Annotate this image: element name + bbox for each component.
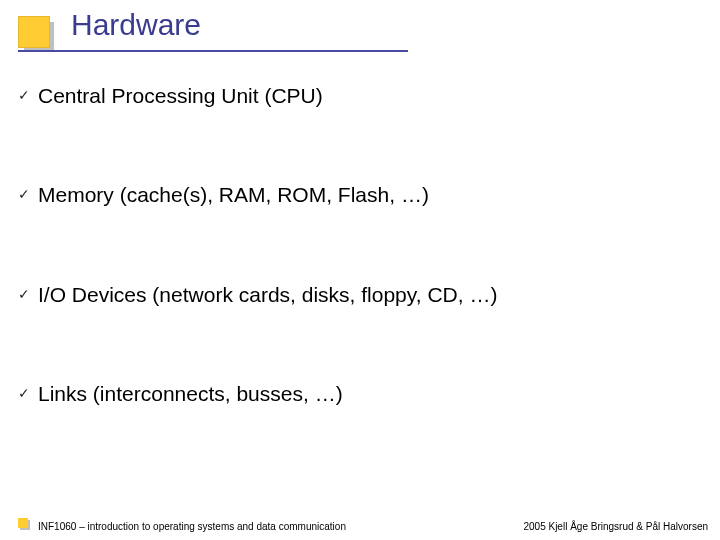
bullet-text: I/O Devices (network cards, disks, flopp… xyxy=(38,281,497,308)
slide-title: Hardware xyxy=(71,8,201,42)
title-decor-square xyxy=(18,16,54,52)
check-icon: ✓ xyxy=(18,287,30,301)
footer-course: INF1060 – introduction to operating syst… xyxy=(38,521,523,532)
slide-footer: INF1060 – introduction to operating syst… xyxy=(18,518,708,532)
check-icon: ✓ xyxy=(18,386,30,400)
list-item: ✓ Central Processing Unit (CPU) xyxy=(18,82,698,109)
list-item: ✓ I/O Devices (network cards, disks, flo… xyxy=(18,281,698,308)
check-icon: ✓ xyxy=(18,88,30,102)
bullet-text: Links (interconnects, busses, …) xyxy=(38,380,343,407)
bullet-text: Memory (cache(s), RAM, ROM, Flash, …) xyxy=(38,181,429,208)
bullet-list: ✓ Central Processing Unit (CPU) ✓ Memory… xyxy=(18,82,698,479)
check-icon: ✓ xyxy=(18,187,30,201)
list-item: ✓ Memory (cache(s), RAM, ROM, Flash, …) xyxy=(18,181,698,208)
list-item: ✓ Links (interconnects, busses, …) xyxy=(18,380,698,407)
footer-credits: 2005 Kjell Åge Bringsrud & Pål Halvorsen xyxy=(523,521,708,532)
bullet-text: Central Processing Unit (CPU) xyxy=(38,82,323,109)
title-underline xyxy=(18,50,408,52)
footer-decor-square xyxy=(18,518,30,530)
